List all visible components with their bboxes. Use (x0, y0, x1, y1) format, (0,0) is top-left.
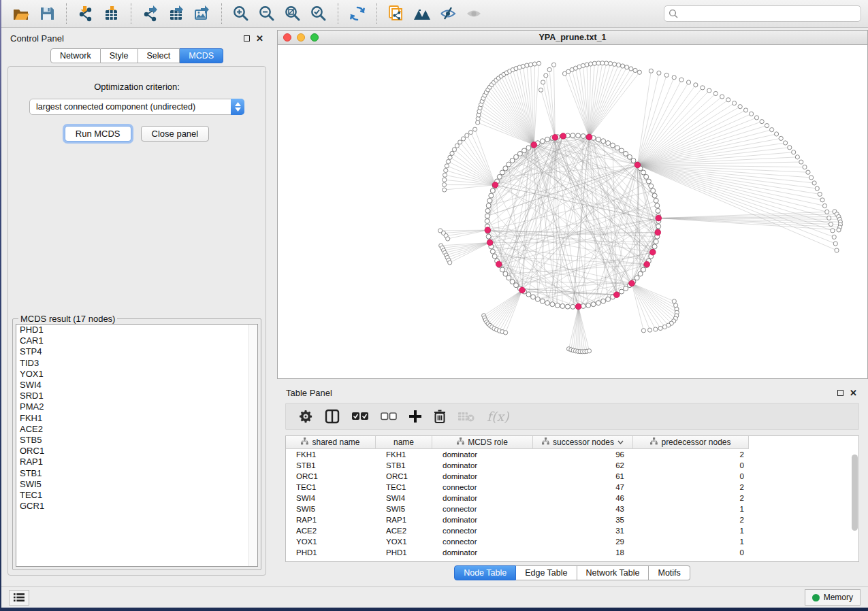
column-header-predecessor-nodes[interactable]: predecessor nodes (633, 436, 749, 449)
graph-node[interactable] (795, 155, 799, 159)
graph-node[interactable] (654, 240, 658, 244)
graph-node[interactable] (540, 299, 545, 303)
graph-node[interactable] (490, 188, 495, 193)
table-row[interactable]: YOX1YOX1connector291 (286, 536, 858, 547)
mcds-graph-node[interactable] (629, 280, 635, 286)
graph-node[interactable] (587, 349, 591, 353)
graph-node[interactable] (504, 331, 508, 335)
deselect-all-rows-icon[interactable] (381, 408, 397, 425)
save-session-icon[interactable] (37, 4, 57, 23)
zoom-out-icon[interactable] (257, 4, 276, 23)
task-history-icon[interactable] (9, 590, 29, 606)
graph-node[interactable] (770, 128, 774, 132)
graph-node[interactable] (487, 198, 492, 203)
mcds-result-list[interactable]: PHD1CAR1STP4TID3YOX1SWI4SRD1PMA2FKH1ACE2… (16, 324, 258, 567)
graph-node[interactable] (641, 267, 646, 272)
graph-node[interactable] (531, 295, 536, 299)
table-row[interactable]: STB1STB1dominator620 (286, 460, 858, 471)
graph-node[interactable] (765, 123, 769, 127)
graph-node[interactable] (629, 67, 633, 71)
graph-node[interactable] (600, 61, 605, 65)
result-node-item[interactable]: GCR1 (16, 501, 257, 512)
mcds-graph-node[interactable] (492, 182, 498, 188)
graph-node[interactable] (525, 63, 529, 67)
export-network-icon[interactable] (141, 4, 160, 23)
refresh-layout-icon[interactable] (348, 4, 367, 23)
graph-node[interactable] (644, 174, 649, 179)
mcds-graph-node[interactable] (531, 142, 537, 148)
graph-node[interactable] (486, 203, 491, 208)
mcds-graph-node[interactable] (496, 261, 502, 267)
mcds-graph-node[interactable] (656, 215, 662, 221)
graph-node[interactable] (726, 98, 730, 102)
graph-node[interactable] (570, 304, 575, 309)
column-header-shared-name[interactable]: shared name (286, 436, 376, 449)
graph-node[interactable] (701, 86, 705, 90)
graph-node[interactable] (633, 68, 637, 72)
graph-node[interactable] (806, 170, 810, 174)
graph-node[interactable] (476, 120, 480, 125)
graph-node[interactable] (784, 141, 788, 145)
graph-node[interactable] (445, 164, 449, 168)
graph-node[interactable] (686, 80, 690, 84)
table-row[interactable]: ORC1ORC1dominator610 (286, 471, 858, 482)
table-row[interactable]: FKH1FKH1dominator962 (286, 449, 858, 460)
export-table-icon[interactable] (167, 4, 186, 23)
graph-node[interactable] (631, 158, 636, 163)
result-node-item[interactable]: STB1 (16, 468, 257, 479)
memory-button[interactable]: Memory (805, 589, 861, 606)
graph-node[interactable] (833, 242, 837, 246)
graph-node[interactable] (619, 148, 624, 153)
graph-node[interactable] (707, 88, 711, 93)
graph-node[interactable] (507, 276, 511, 280)
mcds-graph-node[interactable] (575, 303, 581, 310)
run-mcds-button[interactable]: Run MCDS (65, 126, 131, 142)
graph-node[interactable] (540, 139, 545, 144)
result-node-item[interactable]: YOX1 (16, 369, 257, 380)
graph-node[interactable] (510, 279, 515, 284)
tab-mcds[interactable]: MCDS (180, 48, 223, 63)
new-network-from-selection-icon[interactable] (387, 4, 406, 23)
graph-node[interactable] (652, 193, 657, 198)
criterion-dropdown[interactable]: largest connected component (undirected) (29, 99, 244, 115)
open-session-icon[interactable] (12, 4, 31, 23)
mcds-graph-node[interactable] (560, 133, 566, 139)
tab-network-table[interactable]: Network Table (577, 565, 649, 580)
graph-node[interactable] (545, 137, 550, 142)
graph-node[interactable] (560, 303, 565, 308)
graph-node[interactable] (641, 170, 646, 175)
result-node-item[interactable]: TID3 (16, 358, 257, 369)
mcds-graph-node[interactable] (634, 162, 641, 168)
graph-node[interactable] (547, 67, 551, 71)
graph-node[interactable] (443, 188, 447, 192)
graph-node[interactable] (486, 234, 491, 239)
result-node-item[interactable]: SWI5 (16, 479, 257, 490)
mcds-graph-node[interactable] (644, 261, 650, 267)
graph-node[interactable] (500, 170, 504, 175)
graph-node[interactable] (625, 65, 629, 69)
graph-node[interactable] (585, 63, 589, 67)
tab-select[interactable]: Select (138, 48, 180, 63)
graph-node[interactable] (694, 83, 698, 87)
graph-node[interactable] (624, 151, 628, 156)
result-node-item[interactable]: CAR1 (16, 335, 257, 346)
table-row[interactable]: ACE2ACE2connector311 (286, 525, 858, 536)
graph-node[interactable] (829, 222, 833, 226)
graph-node[interactable] (485, 208, 490, 213)
graph-node[interactable] (596, 137, 600, 142)
graph-node[interactable] (799, 160, 803, 164)
graph-node[interactable] (503, 271, 508, 276)
graph-node[interactable] (713, 91, 718, 95)
first-neighbors-icon[interactable] (413, 4, 432, 23)
graph-node[interactable] (608, 61, 612, 65)
result-node-item[interactable]: PMA2 (16, 401, 257, 412)
search-input[interactable] (664, 5, 861, 22)
graph-node[interactable] (532, 62, 536, 66)
graph-node[interactable] (444, 168, 448, 172)
graph-node[interactable] (720, 95, 724, 99)
graph-node[interactable] (605, 61, 609, 65)
select-all-rows-icon[interactable] (352, 408, 368, 425)
mcds-graph-node[interactable] (655, 229, 661, 235)
graph-node[interactable] (657, 71, 661, 75)
graph-node[interactable] (679, 78, 684, 82)
